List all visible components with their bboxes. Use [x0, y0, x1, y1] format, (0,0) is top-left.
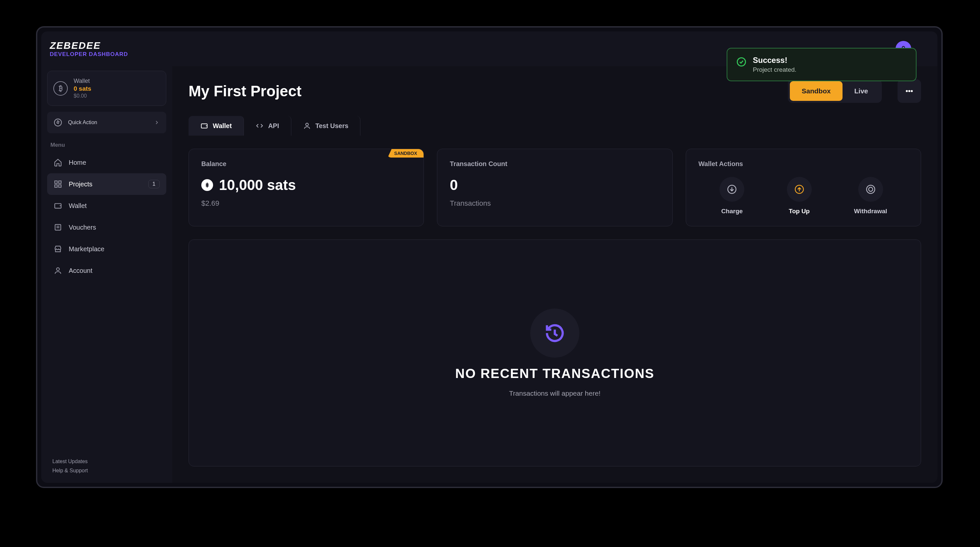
- toast-title: Success!: [753, 56, 796, 65]
- menu-header: Menu: [50, 142, 163, 148]
- wallet-actions-card: Wallet Actions Charge Top Up: [686, 149, 921, 226]
- sidebar-item-vouchers[interactable]: Vouchers: [47, 217, 166, 238]
- sidebar-item-marketplace[interactable]: Marketplace: [47, 238, 166, 260]
- tx-count-value: 0: [450, 177, 660, 193]
- transactions-empty-state: NO RECENT TRANSACTIONS Transactions will…: [189, 239, 921, 466]
- sandbox-ribbon: SANDBOX: [388, 149, 423, 158]
- store-icon: [54, 245, 62, 253]
- empty-subtitle: Transactions will appear here!: [509, 389, 600, 397]
- projects-count-badge: 1: [148, 180, 160, 188]
- main-content: My First Project Sandbox Live Wallet: [172, 66, 937, 483]
- toast-success[interactable]: Success! Project created.: [727, 48, 916, 81]
- sidebar-item-label: Wallet: [69, 202, 87, 210]
- project-tabs: Wallet API Test Users: [189, 116, 921, 136]
- actions-header: Wallet Actions: [698, 160, 908, 168]
- bitcoin-icon: ₿: [53, 81, 68, 96]
- svg-rect-5: [55, 185, 57, 187]
- more-options-button[interactable]: [897, 79, 921, 103]
- chevron-right-icon: [154, 120, 160, 126]
- quick-action-label: Quick Action: [68, 120, 97, 126]
- svg-point-17: [866, 185, 875, 194]
- brand-logo: ZEBEDEE: [50, 40, 128, 51]
- action-label: Charge: [721, 208, 743, 215]
- tab-test-users[interactable]: Test Users: [291, 116, 361, 136]
- quick-action-button[interactable]: Quick Action: [47, 112, 166, 133]
- sidebar-item-label: Home: [69, 159, 86, 166]
- history-icon: [544, 323, 565, 344]
- user-icon: [54, 266, 62, 275]
- sidebar-item-label: Account: [69, 267, 92, 274]
- sat-icon: [201, 179, 213, 191]
- help-support-link[interactable]: Help & Support: [52, 468, 161, 474]
- latest-updates-link[interactable]: Latest Updates: [52, 459, 161, 464]
- wallet-icon: [54, 201, 62, 210]
- transaction-count-card: Transaction Count 0 Transactions: [437, 149, 672, 226]
- brand-subtitle: DEVELOPER DASHBOARD: [50, 51, 128, 57]
- wallet-icon: [200, 122, 208, 130]
- sidebar: ₿ Wallet 0 sats $0.00 Quick Action Menu: [41, 66, 172, 483]
- toast-message: Project created.: [753, 66, 796, 73]
- home-icon: [54, 158, 62, 167]
- live-toggle-button[interactable]: Live: [843, 81, 880, 101]
- svg-point-18: [869, 187, 873, 191]
- sidebar-item-projects[interactable]: Projects 1: [47, 173, 166, 195]
- svg-rect-4: [59, 181, 61, 183]
- sidebar-item-label: Marketplace: [69, 245, 104, 253]
- wallet-summary-card[interactable]: ₿ Wallet 0 sats $0.00: [47, 71, 166, 106]
- action-label: Withdrawal: [854, 208, 887, 215]
- voucher-icon: [54, 223, 62, 231]
- svg-point-12: [911, 90, 912, 91]
- svg-point-2: [54, 119, 62, 126]
- action-label: Top Up: [789, 208, 810, 215]
- tx-count-header: Transaction Count: [450, 160, 660, 168]
- empty-title: NO RECENT TRANSACTIONS: [455, 366, 654, 381]
- sidebar-item-home[interactable]: Home: [47, 152, 166, 173]
- tab-label: Wallet: [213, 122, 232, 130]
- arrow-down-circle-icon: [727, 184, 737, 194]
- arrow-up-circle-icon: [794, 184, 804, 194]
- svg-rect-6: [59, 185, 61, 187]
- sidebar-item-label: Projects: [69, 180, 92, 188]
- app-shell: Success! Project created. ZEBEDEE DEVELO…: [41, 32, 937, 483]
- svg-point-14: [306, 123, 308, 126]
- compass-icon: [54, 118, 62, 127]
- svg-point-9: [57, 268, 60, 271]
- tab-label: Test Users: [315, 122, 348, 130]
- svg-point-10: [906, 90, 907, 91]
- tab-wallet[interactable]: Wallet: [189, 116, 244, 136]
- sidebar-item-account[interactable]: Account: [47, 260, 166, 281]
- balance-usd: $2.69: [201, 199, 411, 208]
- balance-header: Balance: [201, 160, 411, 168]
- code-icon: [256, 122, 264, 130]
- tab-api[interactable]: API: [244, 116, 291, 136]
- withdrawal-action[interactable]: Withdrawal: [854, 177, 887, 215]
- tab-label: API: [268, 122, 279, 130]
- tx-count-sub: Transactions: [450, 199, 660, 208]
- wallet-card-amount: 0 sats: [74, 85, 91, 92]
- topup-action[interactable]: Top Up: [787, 177, 812, 215]
- sandbox-toggle-button[interactable]: Sandbox: [790, 81, 843, 101]
- user-icon: [303, 122, 311, 130]
- check-circle-icon: [737, 57, 746, 67]
- grid-icon: [54, 180, 62, 188]
- sidebar-item-wallet[interactable]: Wallet: [47, 195, 166, 217]
- sidebar-item-label: Vouchers: [69, 224, 96, 231]
- history-icon-circle: [530, 309, 579, 358]
- wallet-card-usd: $0.00: [74, 93, 91, 99]
- svg-rect-3: [55, 181, 57, 183]
- charge-action[interactable]: Charge: [719, 177, 745, 215]
- environment-toggle: Sandbox Live: [788, 79, 882, 103]
- coin-icon: [866, 184, 876, 194]
- svg-point-11: [908, 90, 910, 91]
- balance-amount: 10,000 sats: [219, 177, 296, 193]
- page-title: My First Project: [189, 82, 301, 100]
- more-horizontal-icon: [905, 87, 913, 95]
- window-frame: Success! Project created. ZEBEDEE DEVELO…: [36, 26, 943, 488]
- wallet-card-label: Wallet: [74, 78, 91, 85]
- balance-card: SANDBOX Balance 10,000 sats $2.69: [189, 149, 424, 226]
